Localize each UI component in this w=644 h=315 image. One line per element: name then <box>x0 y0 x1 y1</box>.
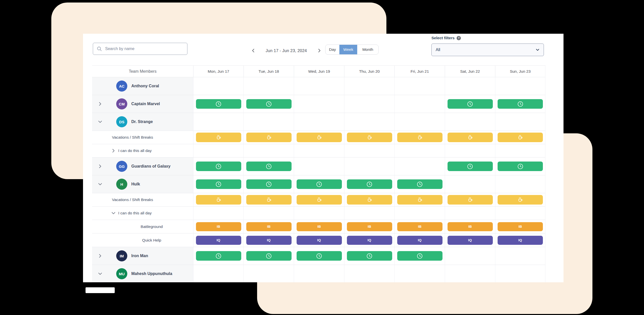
task-block-ib[interactable]: IB <box>448 222 493 231</box>
shift-block[interactable] <box>297 251 342 261</box>
day-cell <box>294 158 344 175</box>
shift-block[interactable] <box>246 179 292 189</box>
clock-icon <box>265 181 272 188</box>
day-cell <box>344 207 394 220</box>
shift-block[interactable] <box>498 162 543 171</box>
day-cell <box>344 193 394 206</box>
break-block[interactable] <box>297 195 342 205</box>
day-cell <box>244 95 294 113</box>
day-cell <box>394 247 445 265</box>
expand-toggle[interactable] <box>97 181 103 187</box>
task-block-ib[interactable]: IB <box>246 222 292 231</box>
shift-block[interactable] <box>448 99 493 109</box>
day-header: Fri, Jun 21 <box>394 66 445 77</box>
day-cell: IQ <box>244 233 294 247</box>
filters-label: Select filters <box>431 36 455 40</box>
category-row: Vacations / Shift Breaks <box>92 131 545 144</box>
chevron-right-icon <box>98 164 103 169</box>
day-cell: IQ <box>495 233 545 247</box>
shift-block[interactable] <box>347 179 392 189</box>
tab-week[interactable]: Week <box>339 45 357 54</box>
break-block[interactable] <box>196 195 241 205</box>
break-block[interactable] <box>498 195 543 205</box>
task-block-iq[interactable]: IQ <box>448 236 493 245</box>
shift-block[interactable] <box>397 251 442 261</box>
break-block[interactable] <box>397 195 442 205</box>
break-block[interactable] <box>246 133 292 142</box>
task-block-ib[interactable]: IB <box>397 222 442 231</box>
break-block[interactable] <box>448 133 493 142</box>
prev-week-button[interactable] <box>250 47 257 54</box>
day-header: Thu, Jun 20 <box>344 66 394 77</box>
schedule-card: Jun 17 - Jun 23, 2024 Day Week Month Sel… <box>83 34 564 282</box>
expand-toggle[interactable] <box>97 253 103 259</box>
expand-toggle[interactable] <box>111 210 116 216</box>
shift-block[interactable] <box>347 251 392 261</box>
shift-block[interactable] <box>196 162 241 171</box>
shift-block[interactable] <box>397 179 442 189</box>
task-block-iq[interactable]: IQ <box>246 236 292 245</box>
expand-toggle[interactable] <box>97 119 103 125</box>
break-block[interactable] <box>196 133 241 142</box>
avatar: GG <box>116 161 127 172</box>
task-block-ib[interactable]: IB <box>347 222 392 231</box>
task-block-ib[interactable]: IB <box>498 222 543 231</box>
member-name: Anthony Coral <box>131 84 159 88</box>
tab-day[interactable]: Day <box>326 45 339 54</box>
tab-month[interactable]: Month <box>357 45 378 54</box>
task-block-ib[interactable]: IB <box>196 222 241 231</box>
task-row: Quick HelpIQIQIQIQIQIQIQ <box>92 233 545 247</box>
break-block[interactable] <box>347 195 392 205</box>
break-block[interactable] <box>448 195 493 205</box>
expand-toggle[interactable] <box>97 101 103 107</box>
shift-block[interactable] <box>297 179 342 189</box>
clock-icon <box>265 101 272 107</box>
break-block[interactable] <box>397 133 442 142</box>
member-name: Captain Marvel <box>131 102 160 106</box>
help-icon[interactable]: ? <box>457 36 461 40</box>
task-block-ib[interactable]: IB <box>297 222 342 231</box>
day-cell <box>193 144 244 157</box>
shift-block[interactable] <box>246 251 292 261</box>
next-week-button[interactable] <box>315 47 323 54</box>
day-cell <box>193 113 244 131</box>
expand-toggle[interactable] <box>97 163 103 169</box>
date-range-label: Jun 17 - Jun 23, 2024 <box>262 48 311 53</box>
shift-block[interactable] <box>246 99 292 109</box>
task-block-iq[interactable]: IQ <box>498 236 543 245</box>
clock-icon <box>366 181 373 188</box>
expand-toggle[interactable] <box>111 148 116 153</box>
avatar: CM <box>116 98 127 109</box>
day-cell <box>193 131 244 144</box>
shift-block[interactable] <box>196 251 241 261</box>
coffee-cup-icon <box>416 134 423 141</box>
coffee-cup-icon <box>366 196 373 203</box>
shift-block[interactable] <box>246 162 292 171</box>
day-cell <box>394 144 445 157</box>
break-block[interactable] <box>297 133 342 142</box>
coffee-cup-icon <box>316 134 323 141</box>
break-block[interactable] <box>246 195 292 205</box>
shift-block[interactable] <box>448 162 493 171</box>
task-block-iq[interactable]: IQ <box>196 236 241 245</box>
filters-selected-value: All <box>436 48 440 52</box>
day-cell <box>394 77 445 95</box>
filters-dropdown[interactable]: All <box>431 44 544 56</box>
search-input-wrapper[interactable] <box>93 43 187 55</box>
shift-block[interactable] <box>196 99 241 109</box>
break-block[interactable] <box>347 133 392 142</box>
break-block[interactable] <box>498 133 543 142</box>
expand-toggle[interactable] <box>97 271 103 277</box>
day-cell <box>445 193 495 206</box>
day-cell <box>344 144 394 157</box>
shift-block[interactable] <box>196 179 241 189</box>
task-block-iq[interactable]: IQ <box>397 236 442 245</box>
shift-block[interactable] <box>498 99 543 109</box>
task-block-iq[interactable]: IQ <box>297 236 342 245</box>
day-cell: IB <box>445 220 495 233</box>
task-block-iq[interactable]: IQ <box>347 236 392 245</box>
search-input[interactable] <box>105 47 184 51</box>
day-cell <box>495 175 545 193</box>
task-row: BattlegroundIBIBIBIBIBIBIB <box>92 220 545 233</box>
avatar: IM <box>116 250 127 261</box>
